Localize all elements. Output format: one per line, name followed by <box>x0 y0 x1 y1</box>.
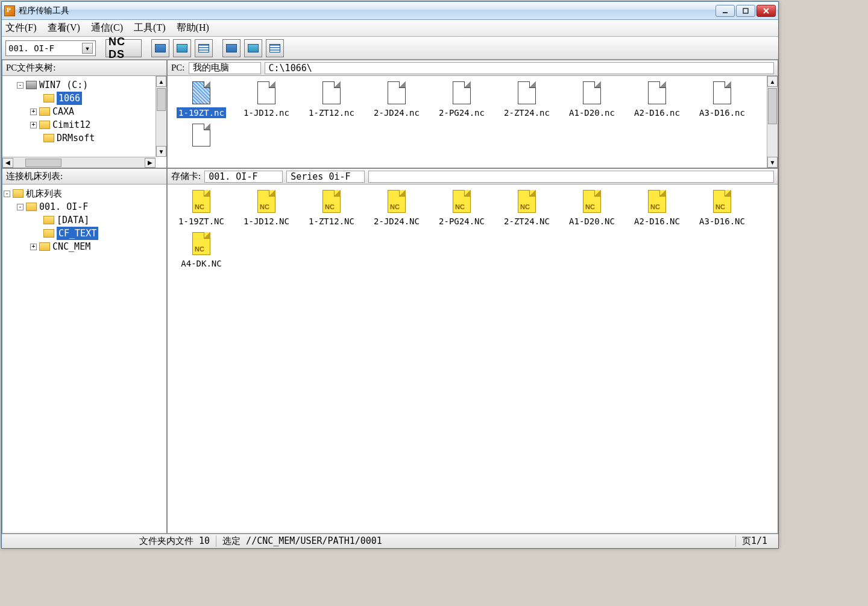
file-item[interactable]: A3-D16.nc <box>691 80 753 119</box>
scroll-thumb-h[interactable] <box>25 159 61 167</box>
file-item[interactable]: 1-19ZT.nc <box>170 80 233 119</box>
file-item[interactable]: 2-PG24.nc <box>430 80 493 119</box>
file-item[interactable]: 2-ZT24.nc <box>495 80 558 119</box>
nc-file-icon <box>648 190 666 213</box>
status-file-count: 文件夹内文件 10 <box>133 535 216 547</box>
tree-node[interactable]: +Cimit12 <box>4 118 154 131</box>
scroll-right-icon[interactable]: ▶ <box>145 158 156 168</box>
pc-folder-tree-panel: PC文件夹树: -WIN7 (C:)1066+CAXA+Cimit12DRMso… <box>2 60 167 168</box>
toolbar-view5-button[interactable] <box>244 39 262 57</box>
nc-ds-toggle[interactable]: NC DS <box>105 39 142 57</box>
scroll-thumb[interactable] <box>157 88 166 111</box>
tree-node-label: CNC_MEM <box>52 240 90 253</box>
file-label: 1-ZT12.NC <box>307 216 356 227</box>
maximize-button[interactable] <box>736 5 755 17</box>
menu-view[interactable]: 查看(V) <box>48 22 80 34</box>
menu-help[interactable]: 帮助(H) <box>177 22 209 34</box>
file-item[interactable]: A2-D16.nc <box>626 80 688 119</box>
expander-icon[interactable]: + <box>30 244 37 250</box>
nc-file-icon <box>322 190 341 213</box>
toolbar-view1-button[interactable] <box>151 39 169 57</box>
file-item[interactable]: A3-D16.NC <box>691 188 753 228</box>
file-item[interactable]: 1-ZT12.NC <box>300 188 363 228</box>
document-icon <box>518 81 536 104</box>
drive-icon <box>26 81 37 89</box>
file-item[interactable]: A2-D16.NC <box>626 188 688 228</box>
file-item[interactable]: 2-PG24.NC <box>430 188 493 228</box>
file-label: 1-ZT12.nc <box>307 107 356 118</box>
toolbar-view4-button[interactable] <box>222 39 241 57</box>
scroll-down-icon[interactable]: ▼ <box>767 157 778 168</box>
scroll-thumb[interactable] <box>768 88 777 124</box>
tree-node[interactable]: [DATA] <box>4 213 165 227</box>
storage-series-field: Series 0i-F <box>286 171 365 183</box>
file-label: 2-PG24.NC <box>437 216 486 227</box>
file-label: A1-D20.NC <box>567 216 617 227</box>
file-label: 2-ZT24.NC <box>502 216 552 227</box>
expander-icon[interactable]: - <box>4 191 10 197</box>
tree-node[interactable]: CF_TEXT <box>4 227 165 240</box>
menu-file[interactable]: 文件(F) <box>5 22 37 34</box>
storage-card-label: 存储卡: <box>171 171 201 182</box>
document-icon <box>257 81 275 104</box>
file-item[interactable]: A1-D20.nc <box>561 80 623 119</box>
menu-comm[interactable]: 通信(C) <box>91 22 123 34</box>
status-selected-path: 选定 //CNC_MEM/USER/PATH1/0001 <box>216 535 388 547</box>
scroll-up-icon[interactable]: ▲ <box>767 76 778 87</box>
file-item[interactable]: A4-DK.NC <box>170 230 233 270</box>
horizontal-scrollbar[interactable]: ◀ ▶ <box>2 157 156 168</box>
file-label: 2-PG24.nc <box>437 107 486 118</box>
machine-tree-body[interactable]: -机床列表-001. OI-F[DATA]CF_TEXT+CNC_MEM <box>2 185 166 533</box>
pc-machine-field: 我的电脑 <box>189 62 261 74</box>
file-label: 1-JD12.NC <box>242 216 291 227</box>
menu-tool[interactable]: 工具(T) <box>134 22 165 34</box>
file-item[interactable]: 1-JD12.nc <box>235 80 298 119</box>
expander-icon[interactable]: - <box>17 204 24 210</box>
expander-icon[interactable]: - <box>17 82 24 89</box>
file-item[interactable]: 1-JD12.NC <box>235 188 298 228</box>
pc-file-header: PC: 我的电脑 C:\1066\ <box>168 60 778 76</box>
pc-tree-body[interactable]: -WIN7 (C:)1066+CAXA+Cimit12DRMsoft ▲ ▼ ◀… <box>2 76 166 168</box>
vertical-scrollbar[interactable]: ▲ ▼ <box>767 76 778 168</box>
vertical-scrollbar[interactable]: ▲ ▼ <box>156 76 166 157</box>
file-item[interactable]: 1-19ZT.NC <box>170 188 233 228</box>
tree-node[interactable]: DRMsoft <box>4 131 154 145</box>
toolbar-view6-button[interactable] <box>266 39 284 57</box>
close-button[interactable] <box>756 5 776 17</box>
file-label: A2-D16.NC <box>632 216 682 227</box>
file-label: A3-D16.NC <box>697 216 747 227</box>
scroll-up-icon[interactable]: ▲ <box>156 76 166 87</box>
tree-node-label: 1066 <box>57 92 82 105</box>
pc-file-panel: PC: 我的电脑 C:\1066\ 1-19ZT.nc1-JD12.nc1-ZT… <box>167 60 778 168</box>
tree-node[interactable]: -WIN7 (C:) <box>4 78 154 92</box>
file-item[interactable]: A1-D20.NC <box>561 188 623 228</box>
scroll-left-icon[interactable]: ◀ <box>2 158 13 168</box>
file-item[interactable] <box>170 122 233 148</box>
expander-icon[interactable]: + <box>30 122 37 128</box>
file-label: 2-JD24.nc <box>372 107 421 118</box>
tree-node-label: 001. OI-F <box>39 200 88 213</box>
document-icon <box>583 81 601 104</box>
expander-icon[interactable]: + <box>30 109 37 115</box>
scroll-down-icon[interactable]: ▼ <box>156 146 166 157</box>
tree-node[interactable]: -001. OI-F <box>4 200 165 213</box>
window-title: 程序传输工具 <box>19 5 69 16</box>
file-item[interactable]: 2-ZT24.NC <box>495 188 558 228</box>
folder-icon <box>13 189 24 198</box>
tree-node[interactable]: -机床列表 <box>4 187 165 200</box>
toolbar-view2-button[interactable] <box>173 39 191 57</box>
pc-file-body[interactable]: 1-19ZT.nc1-JD12.nc1-ZT12.nc2-JD24.nc2-PG… <box>168 76 778 168</box>
file-item[interactable]: 2-JD24.NC <box>365 188 428 228</box>
tree-node[interactable]: +CNC_MEM <box>4 240 165 253</box>
file-item[interactable]: 2-JD24.nc <box>365 80 428 119</box>
minimize-button[interactable] <box>715 5 735 17</box>
toolbar-view3-button[interactable] <box>195 39 213 57</box>
system-select-combo[interactable]: 001. OI-F ▾ <box>5 40 96 56</box>
tree-node[interactable]: +CAXA <box>4 105 154 118</box>
document-icon <box>388 81 406 104</box>
app-icon <box>4 5 15 16</box>
tree-node[interactable]: 1066 <box>4 92 154 105</box>
file-item[interactable]: 1-ZT12.nc <box>300 80 363 119</box>
storage-file-body[interactable]: 1-19ZT.NC1-JD12.NC1-ZT12.NC2-JD24.NC2-PG… <box>168 185 778 533</box>
storage-system-field: 001. OI-F <box>204 171 283 183</box>
